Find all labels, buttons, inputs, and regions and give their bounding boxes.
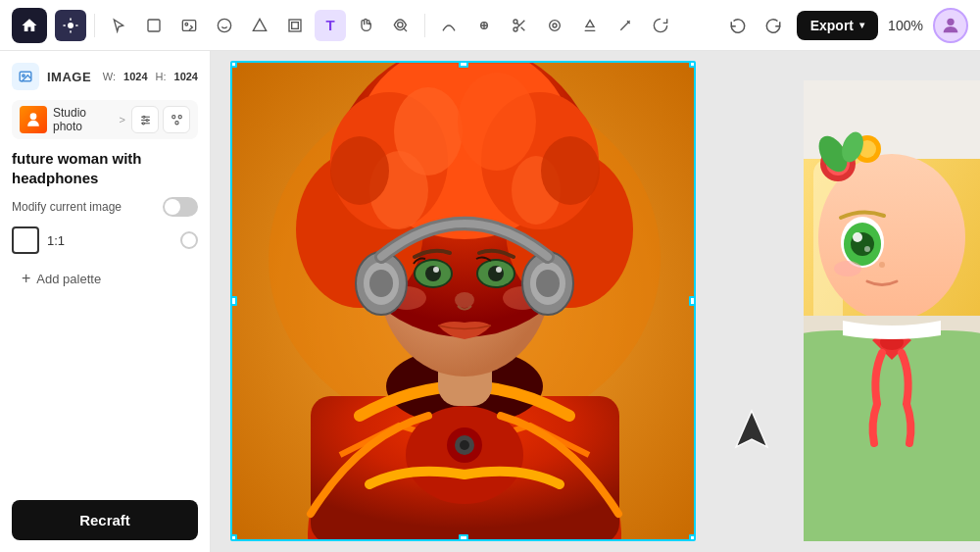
panel-title: IMAGE — [47, 70, 91, 84]
text-tool[interactable]: T — [315, 10, 346, 41]
svg-point-86 — [425, 266, 441, 281]
add-palette-label: Add palette — [36, 272, 101, 286]
svg-point-31 — [178, 115, 181, 118]
ratio-circle-icon — [180, 231, 198, 249]
emoji-tool[interactable] — [209, 10, 240, 41]
svg-point-13 — [514, 27, 517, 31]
stamp-tool[interactable] — [574, 10, 606, 41]
anime-character-svg — [804, 80, 980, 541]
svg-rect-8 — [289, 20, 301, 31]
main-image-container[interactable] — [230, 61, 696, 541]
svg-line-15 — [521, 26, 525, 30]
height-label: H: — [156, 71, 167, 82]
svg-point-3 — [185, 23, 188, 25]
svg-point-27 — [142, 116, 144, 118]
selection-handle-bl[interactable] — [230, 534, 237, 541]
svg-point-0 — [68, 23, 74, 28]
svg-point-22 — [23, 75, 24, 76]
studio-actions — [131, 106, 190, 133]
svg-point-17 — [550, 20, 561, 30]
brand-logo[interactable] — [55, 10, 86, 41]
svg-marker-7 — [253, 19, 266, 30]
ratio-row: 1:1 — [12, 226, 198, 254]
zoom-level[interactable]: 100% — [886, 18, 925, 33]
ratio-box-icon — [12, 226, 39, 254]
eraser-tool[interactable] — [468, 10, 500, 41]
scissors-tool[interactable] — [504, 10, 535, 41]
svg-point-20 — [947, 18, 954, 25]
anime-character-container — [804, 80, 980, 541]
hand-tool[interactable] — [350, 10, 381, 41]
selection-handle-tr[interactable] — [689, 61, 696, 68]
redo-button[interactable] — [758, 10, 789, 41]
svg-point-112 — [853, 232, 862, 242]
magic-tool[interactable] — [539, 10, 570, 41]
svg-rect-2 — [182, 20, 195, 30]
svg-point-28 — [146, 119, 148, 121]
svg-point-115 — [834, 261, 861, 276]
style-button[interactable] — [163, 106, 190, 133]
home-icon[interactable] — [12, 8, 47, 43]
svg-point-4 — [218, 19, 230, 31]
svg-point-30 — [172, 115, 174, 118]
selection-handle-bm[interactable] — [459, 534, 468, 541]
modify-label: Modify current image — [12, 200, 122, 214]
image-tool[interactable] — [173, 10, 205, 41]
studio-label: Studio photo — [53, 106, 114, 133]
toolbar-right: Export ▾ 100% — [722, 8, 968, 43]
export-label: Export — [810, 18, 854, 33]
svg-point-90 — [455, 292, 474, 308]
vector-tool[interactable] — [244, 10, 275, 41]
svg-point-29 — [142, 122, 144, 124]
svg-point-32 — [174, 121, 177, 124]
export-chevron-icon: ▾ — [859, 20, 864, 30]
svg-point-64 — [460, 440, 469, 450]
select-tool[interactable] — [103, 10, 134, 41]
svg-line-16 — [516, 23, 519, 25]
adjust-settings-button[interactable] — [131, 106, 159, 133]
width-value: 1024 — [123, 71, 147, 82]
studio-thumbnail — [20, 106, 47, 133]
svg-point-113 — [864, 246, 870, 252]
svg-point-95 — [369, 270, 393, 297]
svg-rect-1 — [148, 20, 160, 31]
selection-handle-ml[interactable] — [230, 296, 237, 306]
export-button[interactable]: Export ▾ — [797, 11, 878, 40]
wand-tool[interactable] — [610, 10, 641, 41]
toolbar: T Export — [0, 0, 980, 51]
svg-point-80 — [330, 136, 389, 205]
cursor-arrow-svg — [730, 406, 774, 460]
image-title: future woman with headphones — [12, 149, 198, 187]
modify-toggle[interactable] — [163, 197, 198, 217]
svg-marker-119 — [736, 411, 767, 447]
selection-handle-br[interactable] — [689, 534, 696, 541]
recraft-button[interactable]: Recraft — [12, 500, 198, 540]
selection-handle-mr[interactable] — [689, 296, 696, 306]
svg-rect-9 — [292, 22, 299, 28]
separator-2 — [424, 14, 425, 37]
selection-handle-tm[interactable] — [459, 61, 468, 68]
svg-point-87 — [488, 266, 504, 281]
selection-handle-tl[interactable] — [230, 61, 237, 68]
image-panel-icon — [12, 63, 39, 90]
canvas-area[interactable] — [211, 51, 980, 552]
svg-point-23 — [30, 113, 37, 120]
svg-point-77 — [458, 73, 536, 171]
undo-button[interactable] — [722, 10, 754, 41]
studio-arrow-icon: > — [120, 114, 125, 125]
image-dimensions: W: 1024 H: 1024 — [103, 71, 198, 82]
curve-tool[interactable] — [433, 10, 465, 41]
woman-image-svg — [232, 63, 696, 541]
studio-selector[interactable]: Studio photo > — [12, 100, 198, 139]
frame-tool[interactable] — [279, 10, 311, 41]
svg-point-18 — [553, 24, 557, 27]
svg-point-114 — [879, 262, 885, 268]
modify-row: Modify current image — [12, 197, 198, 217]
eye-tool[interactable] — [385, 10, 416, 41]
shape-tool[interactable] — [138, 10, 170, 41]
add-palette-button[interactable]: + Add palette — [12, 264, 198, 293]
user-avatar[interactable] — [933, 8, 968, 43]
undo-redo-group — [722, 10, 789, 41]
plus-icon: + — [22, 270, 30, 287]
flow-tool[interactable] — [645, 10, 676, 41]
